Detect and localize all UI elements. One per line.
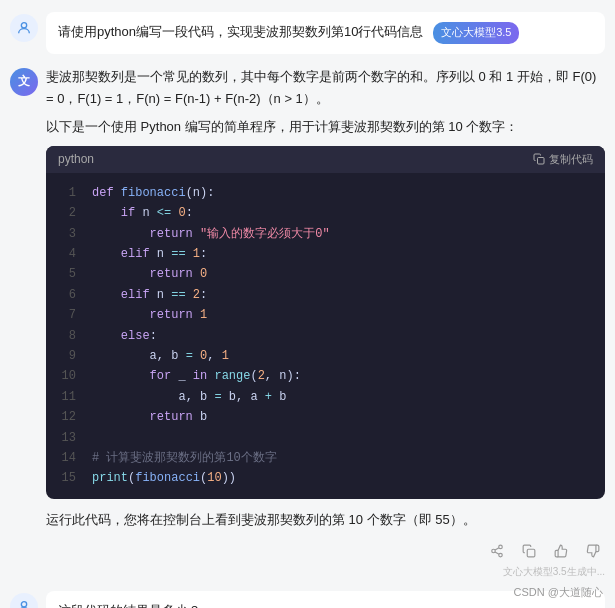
copy-icon[interactable] xyxy=(517,539,541,563)
code-line-1: 1 def fibonacci(n): xyxy=(60,183,591,203)
code-line-3: 3 return "输入的数字必须大于0" xyxy=(60,224,591,244)
code-block: python 复制代码 1 def fibonacci(n): xyxy=(46,146,605,499)
ai-intro-p1: 斐波那契数列是一个常见的数列，其中每个数字是前两个数字的和。序列以 0 和 1 … xyxy=(46,66,605,110)
user-message-2-text: 这段代码的结果是多少？ xyxy=(58,603,201,608)
svg-line-5 xyxy=(495,552,499,554)
chat-container: 请使用python编写一段代码，实现斐波那契数列第10行代码信息 文心大模型3.… xyxy=(0,0,615,608)
code-content: 1 def fibonacci(n): 2 if n <= 0: 3 retur… xyxy=(46,173,605,499)
user-avatar-1 xyxy=(10,14,38,42)
user-message-1-text: 请使用python编写一段代码，实现斐波那契数列第10行代码信息 xyxy=(58,24,424,39)
code-line-12: 12 return b xyxy=(60,407,591,427)
ai-result-p: 运行此代码，您将在控制台上看到斐波那契数列的第 10 个数字（即 55）。 xyxy=(46,509,605,531)
code-line-5: 5 return 0 xyxy=(60,264,591,284)
svg-rect-7 xyxy=(527,549,535,557)
svg-point-2 xyxy=(499,545,503,549)
user-avatar-2 xyxy=(10,593,38,608)
user-message-1-row: 请使用python编写一段代码，实现斐波那契数列第10行代码信息 文心大模型3.… xyxy=(10,12,605,54)
code-line-15: 15 print(fibonacci(10)) xyxy=(60,468,591,488)
code-line-2: 2 if n <= 0: xyxy=(60,203,591,223)
model-badge-1: 文心大模型3.5 xyxy=(433,22,519,44)
svg-rect-1 xyxy=(538,158,545,165)
code-line-14: 14 # 计算斐波那契数列的第10个数字 xyxy=(60,448,591,468)
copy-code-label: 复制代码 xyxy=(549,152,593,167)
code-line-7: 7 return 1 xyxy=(60,305,591,325)
ai-intro-text: 斐波那契数列是一个常见的数列，其中每个数字是前两个数字的和。序列以 0 和 1 … xyxy=(46,66,605,138)
code-line-4: 4 elif n == 1: xyxy=(60,244,591,264)
svg-point-0 xyxy=(21,23,26,28)
code-line-8: 8 else: xyxy=(60,326,591,346)
ai-action-row-1 xyxy=(46,539,605,563)
user-message-1-bubble: 请使用python编写一段代码，实现斐波那契数列第10行代码信息 文心大模型3.… xyxy=(46,12,605,54)
code-line-9: 9 a, b = 0, 1 xyxy=(60,346,591,366)
ai-message-1-content: 斐波那契数列是一个常见的数列，其中每个数字是前两个数字的和。序列以 0 和 1 … xyxy=(46,66,605,579)
code-line-6: 6 elif n == 2: xyxy=(60,285,591,305)
code-lang-label: python xyxy=(58,152,94,166)
user-message-1-content: 请使用python编写一段代码，实现斐波那契数列第10行代码信息 文心大模型3.… xyxy=(46,12,605,54)
ai-result-text: 运行此代码，您将在控制台上看到斐波那契数列的第 10 个数字（即 55）。 xyxy=(46,509,605,531)
ai-footer-note-1: 文心大模型3.5生成中... xyxy=(46,565,605,579)
thumbsup-icon[interactable] xyxy=(549,539,573,563)
code-line-11: 11 a, b = b, a + b xyxy=(60,387,591,407)
svg-line-6 xyxy=(495,548,499,550)
copy-code-button[interactable]: 复制代码 xyxy=(533,152,593,167)
svg-point-4 xyxy=(499,553,503,557)
svg-point-8 xyxy=(21,601,26,606)
share-icon[interactable] xyxy=(485,539,509,563)
code-line-10: 10 for _ in range(2, n): xyxy=(60,366,591,386)
code-line-13: 13 xyxy=(60,428,591,448)
thumbsdown-icon[interactable] xyxy=(581,539,605,563)
svg-point-3 xyxy=(492,549,496,553)
code-block-header: python 复制代码 xyxy=(46,146,605,173)
ai-intro-p2: 以下是一个使用 Python 编写的简单程序，用于计算斐波那契数列的第 10 个… xyxy=(46,116,605,138)
ai-avatar-1: 文 xyxy=(10,68,38,96)
ai-message-1-row: 文 斐波那契数列是一个常见的数列，其中每个数字是前两个数字的和。序列以 0 和 … xyxy=(10,66,605,579)
csdn-badge: CSDN @大道随心 xyxy=(514,585,603,600)
